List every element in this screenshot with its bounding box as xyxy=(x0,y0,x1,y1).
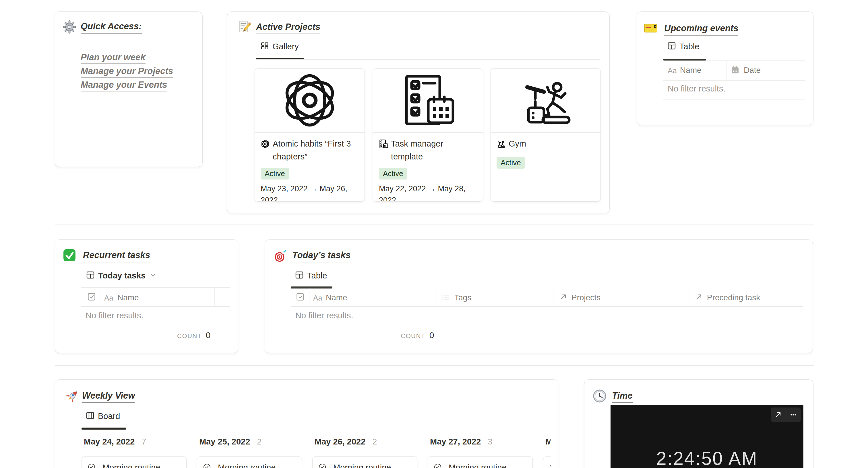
tab-board-label: Board xyxy=(98,411,120,421)
upcoming-events-title: Upcoming events xyxy=(664,23,738,36)
column-header-date[interactable]: Date xyxy=(744,66,761,75)
empty-results-text: No filter results. xyxy=(86,311,143,320)
task-list-mini-icon xyxy=(379,139,388,152)
tickets-icon xyxy=(644,23,658,36)
project-title: Gym xyxy=(508,137,595,150)
column-header-preceding-task[interactable]: Preceding task xyxy=(707,293,760,302)
morning-clock-cup-icon xyxy=(87,463,98,468)
tab-gallery-label: Gallery xyxy=(272,42,299,51)
header-bottom-border xyxy=(291,306,803,307)
project-dates: May 23, 2022 → May 26, 2022 xyxy=(260,183,350,202)
gallery-icon xyxy=(260,41,269,51)
tab-divider-line xyxy=(256,59,600,60)
more-options-button[interactable] xyxy=(786,407,801,422)
recurrent-tasks-card: Recurrent tasks Today tasks Aa Name No f… xyxy=(55,239,238,353)
project-dates: May 22, 2022 → May 28, 2022 xyxy=(379,183,468,202)
project-cover-treadmill xyxy=(491,69,600,133)
task-card-label: Morning routine xyxy=(448,463,507,468)
board-column-count: 2 xyxy=(372,437,377,446)
project-card-atomic-habits[interactable]: Atomic habits “First 3 chapters” Active … xyxy=(255,68,365,202)
text-property-icon: Aa xyxy=(313,294,322,303)
link-plan-your-week[interactable]: Plan your week xyxy=(81,52,146,64)
time-card: Time 2:24:50 AM xyxy=(584,379,813,468)
notion-dashboard: Quick Access: Plan your week Manage your… xyxy=(0,0,868,468)
table-icon xyxy=(668,41,676,51)
todays-tasks-card: Today’s tasks Table Aa Name Tags Project… xyxy=(265,239,813,353)
quick-access-card: Quick Access: Plan your week Manage your… xyxy=(55,11,203,167)
column-separator xyxy=(309,288,309,306)
board-column-date: May 24, 2022 xyxy=(84,437,135,446)
column-header-tags[interactable]: Tags xyxy=(454,293,471,302)
tab-divider-line xyxy=(82,429,551,429)
atom-icon xyxy=(280,73,340,128)
tab-gallery[interactable]: Gallery xyxy=(260,41,299,51)
treadmill-mini-icon xyxy=(497,139,506,152)
board-column-date: May 25, 2022 xyxy=(199,437,250,446)
embed-toolbar xyxy=(771,407,801,422)
board-column-count: 2 xyxy=(257,437,261,446)
task-list-icon xyxy=(401,73,455,128)
task-card-morning-routine[interactable]: Morning routine xyxy=(197,456,302,468)
rocket-icon xyxy=(65,389,79,404)
active-projects-card: Active Projects Gallery Atomic habit xyxy=(227,11,610,213)
morning-clock-cup-icon xyxy=(433,463,445,468)
task-card-morning-routine[interactable]: Morning routine xyxy=(428,456,533,468)
board-column-date: May 26, 2022 xyxy=(315,437,365,446)
column-header-name[interactable]: Name xyxy=(117,293,139,302)
board-scroll-area[interactable]: May 24, 20227 Morning routine May 25, 20… xyxy=(82,436,551,468)
project-title: Atomic habits “First 3 chapters” xyxy=(273,137,359,163)
open-in-new-button[interactable] xyxy=(771,407,786,422)
chevron-down-icon xyxy=(150,272,156,279)
tab-table-label: Table xyxy=(307,271,327,280)
multi-select-icon xyxy=(441,293,450,302)
project-card-task-manager[interactable]: Task manager template Active May 22, 202… xyxy=(373,68,483,202)
column-separator xyxy=(214,288,215,306)
column-header-projects[interactable]: Projects xyxy=(571,293,600,302)
task-card-morning-routine[interactable]: Morning routine xyxy=(82,456,187,468)
relation-arrow-icon xyxy=(559,293,567,302)
status-badge: Active xyxy=(497,157,525,169)
quick-access-title: Quick Access: xyxy=(81,21,142,34)
checkbox-icon xyxy=(87,293,96,302)
link-manage-your-events[interactable]: Manage your Events xyxy=(81,80,167,92)
link-manage-your-projects[interactable]: Manage your Projects xyxy=(81,66,173,78)
column-header-name[interactable]: Name xyxy=(326,293,347,302)
task-card-label: Morning routine xyxy=(102,463,160,468)
tab-divider-line xyxy=(291,288,803,288)
table-top-border xyxy=(81,287,230,288)
column-header-name[interactable]: Name xyxy=(680,66,702,75)
morning-clock-cup-icon xyxy=(318,463,329,468)
count-label: COUNT xyxy=(177,332,202,340)
task-card-morning-routine[interactable]: Morning routine xyxy=(543,456,551,468)
column-separator xyxy=(100,288,100,306)
relation-arrow-icon xyxy=(695,293,703,302)
ellipsis-icon xyxy=(789,410,798,419)
upcoming-events-card: Upcoming events Table Aa Name Date No fi… xyxy=(637,11,813,125)
project-card-gym[interactable]: Gym Active xyxy=(491,68,601,202)
task-card-label: Morning routine xyxy=(218,463,276,468)
gear-icon xyxy=(63,20,76,35)
time-title: Time xyxy=(612,391,632,403)
header-bottom-border xyxy=(81,306,230,307)
tab-board[interactable]: Board xyxy=(86,411,120,421)
project-title: Task manager template xyxy=(391,137,460,163)
page-divider xyxy=(55,365,814,366)
count-control[interactable]: COUNT 0 xyxy=(177,330,210,340)
checkbox-icon xyxy=(296,293,305,302)
treadmill-runner-icon xyxy=(517,73,575,128)
board-column-date: May 28, 2022 xyxy=(546,437,551,446)
task-card-label: Morning routine xyxy=(333,463,391,468)
open-arrow-icon xyxy=(774,411,782,419)
count-control[interactable]: COUNT 0 xyxy=(401,330,434,340)
status-badge: Active xyxy=(379,168,407,179)
tab-table[interactable]: Table xyxy=(668,41,699,51)
table-icon xyxy=(295,271,304,280)
tab-table[interactable]: Table xyxy=(295,271,327,280)
view-selector-today-tasks[interactable]: Today tasks xyxy=(86,271,156,280)
status-badge: Active xyxy=(260,168,289,179)
check-mark-icon xyxy=(63,248,76,263)
project-cover-task-list xyxy=(373,69,483,133)
count-value: 0 xyxy=(429,330,434,340)
text-property-icon: Aa xyxy=(104,294,113,303)
task-card-morning-routine[interactable]: Morning routine xyxy=(312,456,417,468)
